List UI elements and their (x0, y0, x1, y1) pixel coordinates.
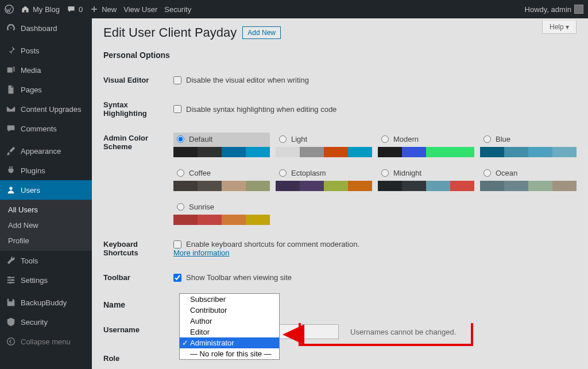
sidebar-label-content-upgrades: Content Upgrades (21, 105, 82, 114)
new-link[interactable]: New (90, 5, 117, 14)
color-scheme-radio[interactable] (177, 203, 184, 211)
color-scheme-blue[interactable]: Blue (480, 133, 577, 157)
save-icon (6, 297, 16, 308)
sidebar-collapse-label: Collapse menu (21, 337, 71, 346)
color-scheme-label: Default (189, 135, 212, 143)
sidebar-subitem-add-new[interactable]: Add New (0, 217, 92, 233)
sidebar-item-content-upgrades[interactable]: Content Upgrades (0, 99, 92, 119)
sidebar-subitem-all-users[interactable]: All Users (0, 202, 92, 217)
shield-icon (6, 317, 16, 327)
site-link[interactable]: My Blog (21, 5, 60, 14)
sidebar-item-dashboard[interactable]: Dashboard (0, 18, 92, 38)
color-scheme-label: Ectoplasm (291, 169, 326, 177)
svg-point-1 (9, 187, 12, 190)
toolbar-text: Show Toolbar when viewing site (186, 273, 292, 282)
sidebar-label-tools: Tools (21, 257, 38, 265)
howdy-label: Howdy, admin (525, 5, 571, 14)
color-scheme-radio[interactable] (381, 135, 389, 143)
color-swatches (480, 147, 577, 157)
sidebar-item-comments[interactable]: Comments (0, 119, 92, 138)
sidebar-item-plugins[interactable]: Plugins (0, 161, 92, 180)
sidebar-item-tools[interactable]: Tools (0, 251, 92, 270)
row-label-syntax: Syntax Highlighting (103, 92, 173, 126)
sidebar-label-appearance: Appearance (21, 147, 61, 156)
sidebar-item-users[interactable]: Users (0, 180, 92, 200)
color-scheme-label: Coffee (189, 169, 211, 177)
role-option[interactable]: Administrator (180, 337, 279, 348)
sidebar-label-backupbuddy: BackupBuddy (21, 298, 67, 307)
sidebar-label-comments: Comments (21, 125, 57, 133)
toolbar-checkbox[interactable] (173, 274, 181, 282)
color-scheme-label: Midnight (393, 169, 421, 177)
plus-icon (90, 5, 99, 14)
comments-link[interactable]: 0 (67, 5, 83, 14)
visual-editor-text: Disable the visual editor when writing (186, 76, 309, 84)
comment-icon (6, 123, 16, 134)
kbd-more-link[interactable]: More information (173, 248, 230, 257)
color-scheme-ocean[interactable]: Ocean (480, 166, 577, 191)
color-scheme-ectoplasm[interactable]: Ectoplasm (276, 166, 372, 191)
color-swatches (480, 181, 577, 191)
wp-logo[interactable] (5, 5, 14, 14)
sidebar-label-settings: Settings (21, 276, 48, 285)
sidebar-collapse[interactable]: Collapse menu (0, 332, 92, 351)
svg-point-3 (11, 279, 14, 281)
sidebar-item-security[interactable]: Security (0, 312, 92, 332)
new-label: New (102, 5, 117, 14)
color-scheme-radio[interactable] (177, 135, 184, 143)
color-scheme-radio[interactable] (483, 169, 491, 177)
view-user-link[interactable]: View User (123, 5, 157, 14)
kbd-checkbox[interactable] (173, 240, 181, 248)
role-select-popup[interactable]: SubscriberContributorAuthorEditorAdminis… (179, 293, 280, 360)
comment-icon (67, 5, 76, 14)
role-option[interactable]: Editor (180, 327, 279, 337)
color-scheme-radio[interactable] (483, 135, 491, 143)
color-scheme-modern[interactable]: Modern (378, 133, 474, 157)
media-icon (6, 65, 16, 75)
content-area: Help ▾ Edit User Client Payday Add New P… (92, 18, 588, 369)
sidebar-item-media[interactable]: Media (0, 60, 92, 80)
plugin-icon (6, 165, 16, 176)
sidebar-item-posts[interactable]: Posts (0, 41, 92, 60)
sidebar-subitem-profile[interactable]: Profile (0, 233, 92, 248)
page-title: Edit User Client Payday Add New (103, 25, 577, 40)
color-swatches (173, 147, 270, 157)
sidebar-label-posts: Posts (21, 46, 40, 55)
site-name-label: My Blog (33, 5, 60, 14)
syntax-checkbox[interactable] (173, 105, 181, 113)
color-scheme-radio[interactable] (381, 169, 389, 177)
sidebar-item-settings[interactable]: Settings (0, 270, 92, 290)
color-swatches (378, 181, 474, 191)
section-personal-options: Personal Options (103, 51, 577, 60)
color-scheme-midnight[interactable]: Midnight (378, 166, 474, 191)
sidebar-item-backupbuddy[interactable]: BackupBuddy (0, 293, 92, 312)
color-scheme-default[interactable]: Default (173, 133, 270, 157)
sidebar-label-dashboard: Dashboard (21, 24, 57, 33)
color-scheme-radio[interactable] (279, 135, 287, 143)
username-note: Usernames cannot be changed. (350, 328, 456, 336)
color-scheme-label: Light (291, 135, 307, 143)
security-link[interactable]: Security (164, 5, 191, 14)
avatar (574, 5, 583, 14)
color-scheme-sunrise[interactable]: Sunrise (173, 200, 270, 225)
add-new-button[interactable]: Add New (242, 26, 281, 39)
color-scheme-radio[interactable] (177, 169, 184, 177)
color-scheme-radio[interactable] (279, 169, 287, 177)
role-option[interactable]: Subscriber (180, 294, 279, 305)
role-option[interactable]: — No role for this site — (180, 348, 279, 359)
sidebar-item-appearance[interactable]: Appearance (0, 141, 92, 161)
role-option[interactable]: Author (180, 316, 279, 327)
role-option[interactable]: Contributor (180, 305, 279, 316)
kbd-text: Enable keyboard shortcuts for comment mo… (186, 240, 359, 248)
wrench-icon (6, 255, 16, 266)
comments-count: 0 (79, 5, 83, 14)
color-scheme-coffee[interactable]: Coffee (173, 166, 270, 191)
help-tab[interactable]: Help ▾ (542, 21, 577, 34)
home-icon (21, 5, 30, 14)
color-scheme-light[interactable]: Light (276, 133, 372, 157)
sidebar-label-plugins: Plugins (21, 166, 45, 175)
visual-editor-checkbox[interactable] (173, 76, 181, 84)
howdy-link[interactable]: Howdy, admin (525, 5, 583, 14)
row-label-visual-editor: Visual Editor (103, 68, 173, 92)
sidebar-item-pages[interactable]: Pages (0, 80, 92, 99)
